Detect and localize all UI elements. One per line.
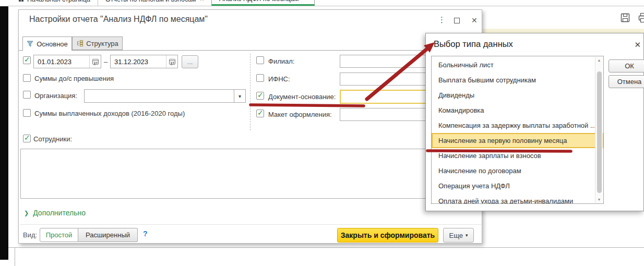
filter-icon [27, 41, 33, 47]
list-item[interactable]: Операция учета НДФЛ [432, 178, 603, 194]
tab-label: Начальная страница [27, 0, 90, 3]
tab-label: Структура [86, 40, 118, 47]
report-settings-dialog: Настройки отчета "Анализ НДФЛ по месяцам… [18, 9, 482, 244]
base-document-checkbox[interactable] [256, 92, 264, 100]
ifns-label: ИФНС: [268, 75, 290, 83]
tab-main[interactable]: Основное [22, 37, 72, 51]
help-link[interactable]: ? [143, 229, 148, 238]
view-label: Вид: [23, 231, 37, 239]
excess-sums-checkbox[interactable] [23, 74, 31, 82]
calendar-icon[interactable] [166, 55, 177, 68]
column-separator [250, 54, 251, 130]
ok-button[interactable]: ОК [609, 59, 644, 72]
app-tab-bar: Начальная страница Отчеты по налогам и в… [8, 0, 644, 6]
tab-reports[interactable]: Отчеты по налогам и взносам ✕ [98, 0, 211, 6]
list-item[interactable]: Командировка [432, 103, 603, 118]
data-type-list: Больничный лист Выплата бывшим сотрудник… [431, 56, 604, 204]
additional-label: Дополнительно [33, 209, 86, 217]
list-item[interactable]: Оплата дней ухода за детьми-инвалидами [432, 194, 603, 204]
close-icon[interactable]: ✕ [302, 0, 306, 2]
tab-label: Отчеты по налогам и взносам [105, 0, 196, 3]
organization-label: Организация: [34, 92, 77, 100]
maximize-icon[interactable] [454, 18, 460, 23]
list-item[interactable]: Компенсация за задержку выплаты заработн… [432, 118, 603, 133]
excess-sums-label: Суммы до/с превышения [34, 75, 114, 82]
base-document-label: Документ-основание: [268, 93, 336, 101]
list-item-selected[interactable]: Начисление за первую половину месяца [432, 133, 603, 148]
scroll-down-icon[interactable]: ▼ [595, 198, 603, 201]
list-item[interactable]: Начисление по договорам [432, 163, 603, 178]
list-item[interactable]: Дивиденды [432, 88, 603, 103]
scrollbar-thumb[interactable] [597, 71, 602, 193]
footer-divider [20, 224, 481, 225]
tab-ndfl-analysis[interactable]: Анализ НДФЛ по месяцам ✕ [211, 0, 315, 6]
period-more-button[interactable]: ... [182, 55, 198, 68]
view-extended-button[interactable]: Расширенный [78, 228, 138, 242]
tab-label: Основное [37, 40, 68, 48]
employees-checkbox[interactable] [23, 135, 31, 142]
list-item[interactable]: Больничный лист [432, 57, 603, 72]
branch-label: Филиал: [268, 57, 294, 65]
organization-checkbox[interactable] [23, 91, 31, 99]
layout-label: Макет оформления: [268, 111, 332, 118]
tab-label: Анализ НДФЛ по месяцам [219, 0, 299, 3]
paid-income-checkbox[interactable] [23, 109, 31, 117]
more-label: Еще [449, 232, 463, 239]
employees-label: Сотрудники: [33, 135, 72, 143]
home-grid-icon [19, 0, 23, 2]
cancel-button[interactable]: Отмена [609, 75, 644, 88]
employees-list[interactable] [20, 149, 472, 199]
tab-bar-border [8, 6, 644, 6]
background-divider [8, 247, 644, 248]
branch-checkbox[interactable] [256, 56, 264, 64]
more-button[interactable]: Еще ▾ [443, 228, 474, 243]
close-and-generate-button[interactable]: Закрыть и сформировать [337, 228, 438, 243]
kebab-menu-icon[interactable]: ⋮ [438, 15, 446, 25]
data-type-select-popup: Выбор типа данных ✕ Больничный лист Выпл… [425, 33, 644, 211]
scroll-up-icon[interactable]: ▲ [595, 58, 603, 62]
paid-income-label: Суммы выплаченных доходов (2016-2020 год… [34, 110, 185, 117]
layout-checkbox[interactable] [256, 110, 264, 117]
date-to-field[interactable] [110, 55, 178, 68]
period-dash: – [104, 58, 108, 66]
organization-value [85, 90, 234, 102]
view-simple-button[interactable]: Простой [40, 228, 78, 242]
chevron-down-icon: ▾ [466, 233, 468, 238]
chevron-right-icon: ❯ [24, 210, 29, 216]
tab-structure[interactable]: Структура [72, 37, 123, 50]
tab-home[interactable]: Начальная страница [11, 0, 98, 6]
screen: Начальная страница Отчеты по налогам и в… [0, 0, 644, 266]
additional-expander[interactable]: ❯ Дополнительно [24, 209, 86, 217]
scrollbar[interactable]: ▲ ▼ [595, 57, 603, 203]
period-checkbox[interactable] [23, 56, 31, 64]
close-icon[interactable]: ✕ [634, 40, 641, 50]
tab-strip-border [19, 50, 482, 51]
list-item[interactable]: Выплата бывшим сотрудникам [432, 72, 603, 88]
print-icon[interactable] [638, 13, 644, 23]
left-black-strip [0, 6, 8, 260]
date-to-input[interactable] [111, 58, 166, 66]
structure-icon [76, 40, 83, 46]
dialog-title: Настройки отчета "Анализ НДФЛ по месяцам… [29, 15, 208, 24]
organization-field[interactable]: ▾ [84, 89, 246, 103]
calendar-icon[interactable] [89, 55, 101, 68]
save-icon[interactable] [620, 13, 630, 23]
date-from-input[interactable] [34, 58, 89, 66]
close-icon[interactable]: ✕ [471, 16, 478, 25]
date-from-field[interactable] [33, 55, 101, 68]
background-divider-vertical [15, 248, 15, 266]
chevron-down-icon[interactable]: ▾ [234, 90, 245, 102]
popup-title: Выбор типа данных [434, 39, 513, 49]
ifns-checkbox[interactable] [256, 74, 264, 82]
list-item[interactable]: Начисление зарплаты и взносов [432, 148, 603, 163]
close-icon[interactable]: ✕ [200, 0, 204, 2]
